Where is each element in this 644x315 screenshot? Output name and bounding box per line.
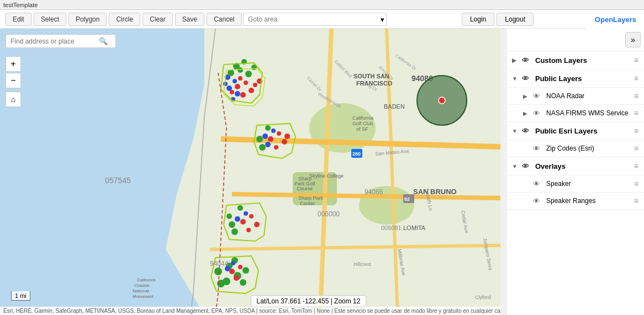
speaker-ranges-eye-icon[interactable]: 👁 <box>533 197 544 205</box>
svg-point-42 <box>249 214 254 218</box>
speaker-item[interactable]: ▶ 👁 Speaker ≡ <box>506 175 644 192</box>
public-layers-eye-icon[interactable]: 👁 <box>522 74 533 83</box>
custom-layers-menu-icon[interactable]: ≡ <box>634 56 638 65</box>
svg-point-32 <box>282 139 287 145</box>
nasa-menu-icon[interactable]: ≡ <box>634 109 638 118</box>
svg-point-17 <box>238 76 242 81</box>
svg-point-50 <box>226 213 232 219</box>
svg-point-18 <box>226 86 232 91</box>
svg-point-57 <box>217 280 225 287</box>
svg-text:006000: 006000 <box>318 210 340 218</box>
map-search: 🔍 <box>6 34 116 48</box>
speaker-eye-icon[interactable]: 👁 <box>533 180 544 188</box>
search-icon: 🔍 <box>99 37 108 45</box>
svg-point-31 <box>277 131 281 136</box>
svg-point-47 <box>229 221 235 228</box>
overlays-eye-icon[interactable]: 👁 <box>522 162 533 170</box>
svg-point-106 <box>439 97 445 104</box>
public-esri-layers-group: ▼ 👁 Public Esri Layers ≡ ▶ 👁 Zip Codes (… <box>506 122 644 157</box>
zip-codes-menu-icon[interactable]: ≡ <box>634 144 638 153</box>
circle-button[interactable]: Circle <box>109 13 140 26</box>
svg-point-63 <box>231 261 235 265</box>
zoom-out-button[interactable]: − <box>6 73 21 88</box>
overlays-label: Overlays <box>535 162 634 170</box>
app-title: testTemplate <box>3 2 38 8</box>
svg-point-58 <box>240 279 246 286</box>
esri-layers-menu-icon[interactable]: ≡ <box>634 126 638 135</box>
login-button[interactable]: Login <box>462 13 494 26</box>
save-button[interactable]: Save <box>175 13 204 26</box>
svg-point-35 <box>262 134 268 139</box>
edit-button[interactable]: Edit <box>6 13 31 26</box>
svg-point-19 <box>233 79 237 83</box>
circle-marker <box>414 73 469 130</box>
svg-text:Course: Course <box>297 186 313 191</box>
svg-point-43 <box>254 222 260 227</box>
overlays-menu-icon[interactable]: ≡ <box>634 162 638 170</box>
logout-button[interactable]: Logout <box>497 13 534 26</box>
svg-point-40 <box>259 144 266 151</box>
svg-text:Center: Center <box>300 201 315 206</box>
svg-point-34 <box>284 134 290 139</box>
speaker-ranges-menu-icon[interactable]: ≡ <box>634 196 638 205</box>
svg-point-36 <box>271 129 276 133</box>
map-search-input[interactable] <box>10 38 99 45</box>
public-layers-group: ▼ 👁 Public Layers ≡ ▶ 👁 NOAA Radar ≡ ▶ 👁… <box>506 70 644 122</box>
svg-point-26 <box>245 71 252 77</box>
public-layers-header[interactable]: ▼ 👁 Public Layers ≡ <box>506 70 644 87</box>
svg-point-61 <box>234 275 239 281</box>
public-layers-menu-icon[interactable]: ≡ <box>634 74 638 83</box>
overlays-header[interactable]: ▼ 👁 Overlays ≡ <box>506 157 644 175</box>
goto-dropdown-button[interactable]: ▾ <box>378 13 387 26</box>
custom-layers-label: Custom Layers <box>535 56 634 65</box>
speaker-ranges-item[interactable]: ▶ 👁 Speaker Ranges ≡ <box>506 192 644 209</box>
zip-eye-icon[interactable]: 👁 <box>533 145 544 153</box>
clear-button[interactable]: Clear <box>142 13 173 26</box>
svg-point-48 <box>237 205 243 211</box>
panel-collapse-button[interactable]: » <box>625 32 641 47</box>
esri-layers-eye-icon[interactable]: 👁 <box>522 127 533 135</box>
svg-text:LOMITA: LOMITA <box>403 225 426 231</box>
svg-point-54 <box>242 267 249 274</box>
svg-text:Hillcrest: Hillcrest <box>353 261 372 267</box>
svg-text:Clyford: Clyford <box>475 295 491 300</box>
scrollbar[interactable] <box>500 29 507 315</box>
goto-area: ▾ <box>243 10 387 29</box>
speaker-label: Speaker <box>546 180 634 188</box>
svg-point-12 <box>249 88 254 93</box>
home-button[interactable]: ⌂ <box>6 92 21 107</box>
noaa-radar-label: NOAA Radar <box>546 92 634 100</box>
right-panel: » ▶ 👁 Custom Layers ≡ ▼ 👁 Public Layers … <box>506 29 644 315</box>
openlayers-badge: OpenLayers <box>587 10 644 29</box>
goto-input[interactable] <box>243 13 387 26</box>
overlays-expand-icon: ▼ <box>512 163 520 169</box>
svg-point-49 <box>231 228 238 235</box>
noaa-menu-icon[interactable]: ≡ <box>634 92 638 100</box>
svg-text:Coastal: Coastal <box>134 283 149 288</box>
title-bar: testTemplate <box>0 0 644 10</box>
polygon-button[interactable]: Polygon <box>68 13 107 26</box>
svg-text:Golf Club: Golf Club <box>352 121 373 126</box>
custom-layers-header[interactable]: ▶ 👁 Custom Layers ≡ <box>506 51 644 69</box>
zip-codes-item[interactable]: ▶ 👁 Zip Codes (Esri) ≡ <box>506 140 644 157</box>
cancel-button[interactable]: Cancel <box>207 13 241 26</box>
speaker-menu-icon[interactable]: ≡ <box>634 179 638 188</box>
noaa-eye-icon[interactable]: 👁 <box>533 92 544 100</box>
svg-text:94066: 94066 <box>365 188 383 196</box>
svg-text:280: 280 <box>352 151 361 157</box>
svg-point-20 <box>235 91 240 97</box>
nasa-firms-item[interactable]: ▶ 👁 NASA FIRMS WMS Service ≡ <box>506 104 644 121</box>
coordinates-bar: Lat/Lon 37.661 -122.455 | Zoom 12 <box>251 295 367 307</box>
svg-text:California: California <box>137 277 156 282</box>
svg-point-46 <box>244 211 248 216</box>
svg-text:006081: 006081 <box>381 225 402 231</box>
nasa-eye-icon[interactable]: 👁 <box>533 109 544 118</box>
svg-point-44 <box>246 228 251 232</box>
public-esri-layers-header[interactable]: ▼ 👁 Public Esri Layers ≡ <box>506 122 644 140</box>
noaa-expand-icon: ▶ <box>523 93 531 99</box>
select-button[interactable]: Select <box>34 13 66 26</box>
custom-layers-eye-icon[interactable]: 👁 <box>522 56 533 65</box>
noaa-radar-item[interactable]: ▶ 👁 NOAA Radar ≡ <box>506 87 644 104</box>
zoom-in-button[interactable]: + <box>6 56 21 72</box>
svg-text:94044: 94044 <box>210 260 229 268</box>
